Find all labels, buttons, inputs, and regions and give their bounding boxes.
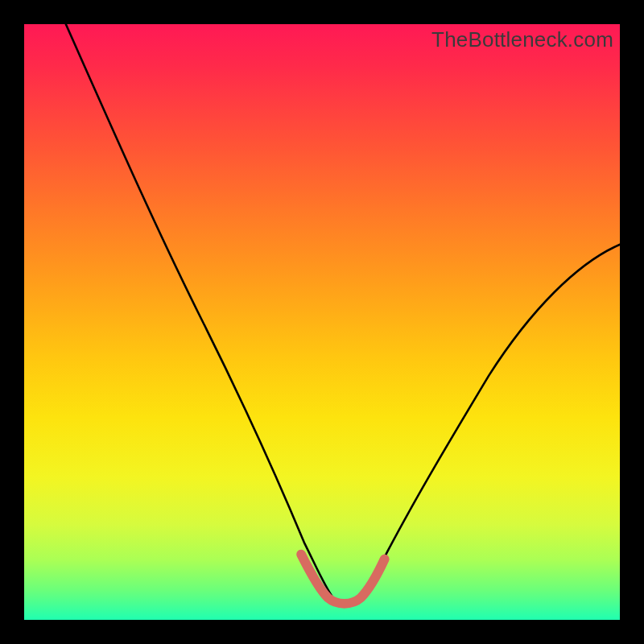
- chart-frame: TheBottleneck.com: [0, 0, 644, 644]
- bottleneck-curve: [24, 24, 620, 620]
- curve-path: [66, 24, 620, 604]
- plot-area: TheBottleneck.com: [24, 24, 620, 620]
